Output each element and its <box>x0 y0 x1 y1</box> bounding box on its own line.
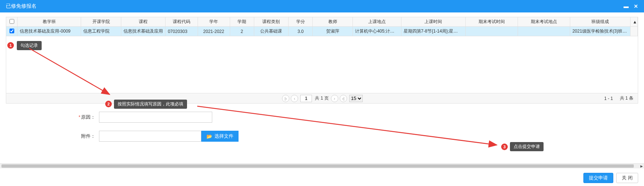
first-page-button[interactable]: |‹ <box>282 95 289 102</box>
page-number-input[interactable] <box>300 95 312 102</box>
footer-actions: 提交申请 关 闭 <box>583 173 638 183</box>
col-class[interactable]: 教学班 <box>18 17 81 27</box>
step1-callout: 勾选记录 <box>17 41 42 50</box>
last-page-button[interactable]: ›| <box>340 95 347 102</box>
header-checkbox[interactable] <box>9 19 14 24</box>
col-time[interactable]: 上课时间 <box>401 17 465 27</box>
total-count-label: 共 1 条 <box>620 95 633 101</box>
col-course-code[interactable]: 课程代码 <box>165 17 198 27</box>
step2-badge: 2 <box>105 101 112 107</box>
row-spacer <box>630 27 638 36</box>
cell-course: 信息技术基础及应用 <box>121 27 165 36</box>
cell-year: 2021-2022 <box>198 27 230 36</box>
col-year[interactable]: 学年 <box>198 17 230 27</box>
form-area: *原因： 附件： 选择文件 <box>6 112 638 142</box>
horizontal-scrollbar[interactable]: ◀ ▶ <box>0 163 644 168</box>
choose-file-button[interactable]: 选择文件 <box>201 131 239 142</box>
cell-college: 信息工程学院 <box>81 27 121 36</box>
content-wrap: 教学班 开课学院 课程 课程代码 学年 学期 课程类别 学分 教师 上课地点 上… <box>0 12 644 154</box>
table-row[interactable]: 信息技术基础及应用-0009 信息工程学院 信息技术基础及应用 07020303… <box>6 27 638 36</box>
col-category[interactable]: 课程类别 <box>254 17 289 27</box>
attachment-label: 附件： <box>6 133 99 140</box>
prev-page-button[interactable]: ‹ <box>291 95 298 102</box>
page-title: 已修免修报名 <box>6 3 37 10</box>
page-size-select[interactable]: 15 <box>349 95 363 102</box>
table-panel: 教学班 开课学院 课程 课程代码 学年 学期 课程类别 学分 教师 上课地点 上… <box>6 17 638 104</box>
scrollbar-thumb[interactable] <box>1 164 634 168</box>
cell-course-code: 07020303 <box>165 27 198 36</box>
reason-row: *原因： <box>6 112 638 123</box>
col-term[interactable]: 学期 <box>230 17 254 27</box>
cell-class: 信息技术基础及应用-0009 <box>18 27 81 36</box>
required-mark: * <box>79 114 80 120</box>
folder-icon <box>206 134 212 139</box>
cell-location: 计算机中心405;计算… <box>353 27 401 36</box>
cell-class-group: 2021级医学检验技术(3)班… <box>570 27 630 36</box>
scroll-right-icon[interactable]: ▶ <box>639 164 644 168</box>
range-label: 1 - 1 <box>604 96 613 101</box>
step3-callout: 点击提交申请 <box>510 142 544 151</box>
close-icon[interactable]: ✕ <box>634 3 638 9</box>
cell-final-time <box>465 27 518 36</box>
next-page-button[interactable]: › <box>331 95 338 102</box>
cell-credit: 3.0 <box>289 27 313 36</box>
step2-callout: 按照实际情况填写原因，此项必填 <box>114 100 187 109</box>
col-teacher[interactable]: 教师 <box>313 17 353 27</box>
minimize-icon[interactable]: ▬ <box>624 3 629 9</box>
col-final-loc[interactable]: 期末考试地点 <box>518 17 570 27</box>
header-checkbox-cell <box>6 17 18 27</box>
submit-button[interactable]: 提交申请 <box>583 173 613 183</box>
row-checkbox[interactable] <box>9 29 14 33</box>
pagination-bar: |‹ ‹ 共 1 页 › ›| 15 1 - 1 共 1 条 <box>6 93 638 103</box>
scrollbar-spacer: ▲ <box>630 17 638 27</box>
cell-final-loc <box>518 27 570 36</box>
col-college[interactable]: 开课学院 <box>81 17 121 27</box>
attachment-field[interactable] <box>99 131 201 142</box>
col-location[interactable]: 上课地点 <box>353 17 401 27</box>
col-final-time[interactable]: 期末考试时间 <box>465 17 518 27</box>
cell-teacher: 贺淑萍 <box>313 27 353 36</box>
col-credit[interactable]: 学分 <box>289 17 313 27</box>
col-class-group[interactable]: 班级组成 <box>570 17 630 27</box>
col-course[interactable]: 课程 <box>121 17 165 27</box>
row-checkbox-cell <box>6 27 18 36</box>
window-controls: ▬ ✕ <box>624 3 638 9</box>
reason-input[interactable] <box>99 112 212 123</box>
attachment-row: 附件： 选择文件 <box>6 131 638 142</box>
title-bar: 已修免修报名 ▬ ✕ <box>0 0 644 12</box>
cell-term: 2 <box>230 27 254 36</box>
step1-badge: 1 <box>7 42 14 49</box>
step3-badge: 3 <box>501 144 508 150</box>
table-header-row: 教学班 开课学院 课程 课程代码 学年 学期 课程类别 学分 教师 上课地点 上… <box>6 17 638 27</box>
close-button[interactable]: 关 闭 <box>616 173 638 183</box>
data-table: 教学班 开课学院 课程 课程代码 学年 学期 课程类别 学分 教师 上课地点 上… <box>6 17 638 36</box>
cell-category: 公共基础课 <box>254 27 289 36</box>
cell-time: 星期四第7-8节{1-14周};星… <box>401 27 465 36</box>
total-pages-label: 共 1 页 <box>315 95 328 101</box>
reason-label: *原因： <box>6 114 99 120</box>
